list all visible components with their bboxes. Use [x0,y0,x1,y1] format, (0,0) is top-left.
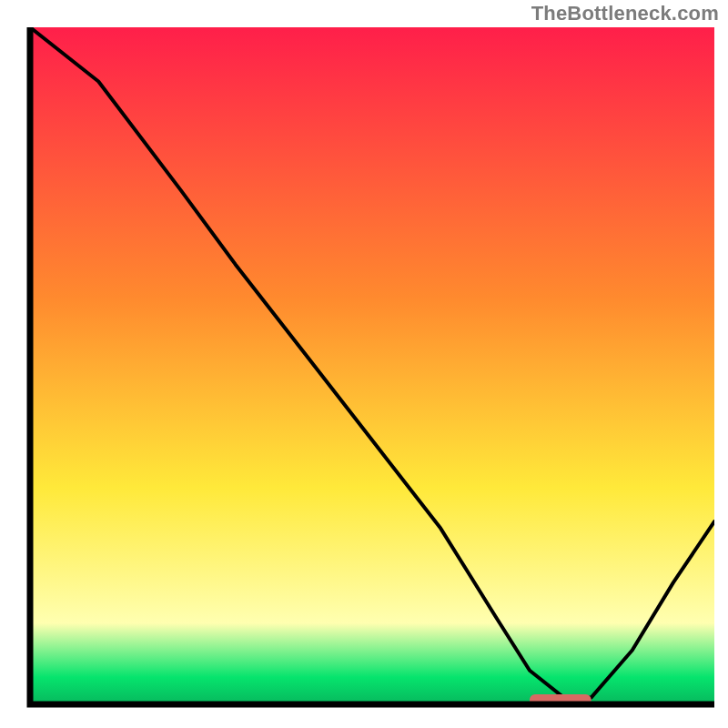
chart-container [14,27,714,714]
bottleneck-chart [14,27,714,714]
attribution-text: TheBottleneck.com [531,2,719,25]
